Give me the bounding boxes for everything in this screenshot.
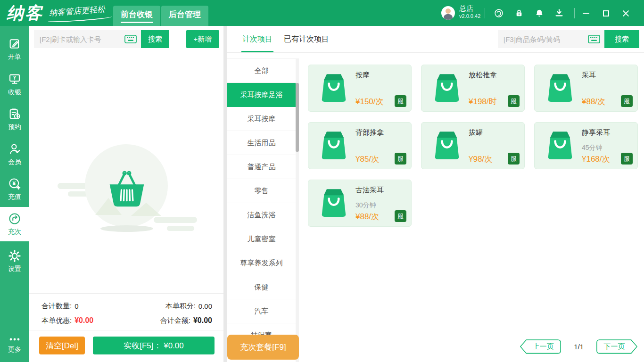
tab-existing-count-items[interactable]: 已有计次项目 (283, 26, 330, 52)
service-badge: 服 (395, 153, 406, 165)
recharge-package-button[interactable]: 充次套餐[F9] (227, 335, 299, 360)
product-name: 背部推拿 (355, 128, 405, 137)
sidebar-item-cashier[interactable]: ¥ 收银 (0, 67, 29, 102)
qty-value: 0 (74, 302, 78, 310)
shopping-bag-icon (321, 188, 347, 218)
service-badge: 服 (621, 95, 633, 107)
next-page-button[interactable]: 下一页 (596, 339, 638, 354)
top-nav-tabs: 前台收银 后台管理 (113, 6, 208, 26)
shopping-bag-icon (321, 73, 347, 103)
lock-icon[interactable] (513, 8, 525, 19)
product-price: ¥85/次 (355, 154, 379, 165)
sidebar-item-more[interactable]: 更多 (0, 328, 29, 362)
download-icon[interactable] (553, 8, 565, 19)
product-name: 拔罐 (469, 128, 519, 137)
empty-cart-illustration (56, 138, 197, 246)
service-badge: 服 (395, 95, 406, 107)
category-item[interactable]: 保健 (227, 275, 296, 299)
avatar[interactable] (441, 6, 455, 20)
cashier-icon: ¥ (8, 73, 21, 86)
sidebar-nav: 开单 ¥ 收银 预约 会员 (0, 26, 29, 362)
sidebar-item-member[interactable]: 会员 (0, 137, 29, 172)
add-member-button[interactable]: +新增 (186, 30, 219, 48)
product-name: 古法采耳 (355, 186, 405, 195)
product-name: 采耳 (582, 71, 632, 80)
app-logo-text: 纳客 (7, 3, 43, 23)
keyboard-icon[interactable] (587, 34, 601, 44)
amount-value: ¥0.00 (193, 316, 212, 325)
category-item-active[interactable]: 采耳按摩足浴 (227, 83, 296, 107)
category-item[interactable]: 普通产品 (227, 155, 296, 179)
product-card[interactable]: 拔罐 ¥98/次 服 (421, 122, 525, 169)
app-version: v2.0.0.42 (459, 13, 480, 20)
cloud-shape (154, 217, 197, 223)
minimize-button[interactable] (580, 8, 592, 19)
pay-button[interactable]: 实收[F5]： ¥0.00 (93, 337, 215, 354)
card-search-button[interactable]: 搜索 (141, 30, 169, 48)
maximize-button[interactable] (600, 8, 611, 19)
keyboard-icon[interactable] (124, 34, 137, 44)
shopping-bag-icon (321, 131, 347, 161)
category-item[interactable]: 汽车 (227, 299, 296, 323)
tab-count-items[interactable]: 计次项目 (241, 26, 273, 52)
sidebar-item-recharge-times[interactable]: 充次 (0, 207, 29, 241)
shopping-bag-icon (434, 73, 460, 103)
sidebar-item-label: 充次 (8, 228, 21, 236)
order-icon (8, 37, 21, 50)
shopping-bag-icon (434, 131, 460, 161)
product-card[interactable]: 放松推拿 ¥198/时 服 (421, 65, 525, 112)
product-search-button[interactable]: 搜索 (604, 30, 639, 48)
tab-front-cashier[interactable]: 前台收银 (113, 6, 160, 26)
card-number-input[interactable] (40, 35, 124, 43)
tab-backend-manage[interactable]: 后台管理 (161, 6, 208, 26)
sidebar-item-recharge[interactable]: ¥ 充值 (0, 172, 29, 206)
category-item-all[interactable]: 全部 (227, 59, 296, 83)
product-price: ¥98/次 (469, 154, 492, 165)
category-item[interactable]: 儿童密室 (227, 227, 296, 251)
sidebar-item-label: 会员 (8, 158, 21, 166)
category-list: 全部 采耳按摩足浴 采耳按摩 生活用品 普通产品 零售 洁鱼洗浴 儿童密室 尊享… (227, 58, 299, 362)
product-card[interactable]: 古法采耳 30分钟 ¥88/次 服 (308, 180, 412, 227)
cart-actions: 清空[Del] 实收[F5]： ¥0.00 (29, 337, 223, 354)
discount-value: ¥0.00 (74, 316, 93, 325)
close-button[interactable] (620, 8, 631, 19)
product-name: 放松推拿 (469, 71, 519, 80)
barcode-input[interactable] (504, 35, 587, 43)
product-card[interactable]: 背部推拿 ¥85/次 服 (308, 122, 412, 169)
product-card[interactable]: 按摩 ¥150/次 服 (308, 65, 412, 112)
member-icon (8, 142, 21, 156)
product-card[interactable]: 采耳 ¥88/次 服 (534, 65, 638, 112)
category-scrollbar-thumb[interactable] (296, 83, 299, 152)
product-name: 按摩 (355, 71, 405, 80)
avatar-body (444, 14, 453, 20)
product-card[interactable]: 静享采耳 45分钟 ¥168/次 服 (534, 122, 638, 169)
sidebar-item-open-order[interactable]: 开单 (0, 32, 29, 66)
empty-basket-icon (104, 167, 149, 208)
recharge-times-icon (8, 212, 21, 225)
qty-label: 合计数量: (41, 302, 72, 311)
appointment-icon (8, 107, 21, 121)
prev-page-button[interactable]: 上一页 (519, 339, 561, 354)
customer-service-icon[interactable] (493, 8, 504, 19)
bell-icon[interactable] (534, 8, 545, 19)
app-logo: 纳客 (7, 2, 43, 25)
store-info: 总店 v2.0.0.42 (459, 4, 480, 20)
service-badge: 服 (621, 153, 633, 165)
sidebar-item-appointment[interactable]: 预约 (0, 102, 29, 137)
points-value: 0.00 (198, 302, 212, 310)
main-area: 计次项目 已有计次项目 搜索 (227, 26, 644, 362)
category-item[interactable]: 尊享养发系列 (227, 251, 296, 275)
shopping-bag-icon (547, 131, 573, 161)
sidebar-item-settings[interactable]: 设置 (0, 244, 29, 279)
clear-button[interactable]: 清空[Del] (39, 337, 85, 354)
sidebar-item-label: 更多 (8, 346, 21, 354)
more-icon (8, 336, 21, 343)
category-item[interactable]: 零售 (227, 179, 296, 203)
pagination: 上一页 1/1 下一页 (519, 339, 638, 354)
app-tagline: 纳客管店更轻松 (49, 4, 105, 18)
category-item[interactable]: 采耳按摩 (227, 107, 296, 131)
divider (485, 8, 485, 18)
category-item[interactable]: 洁鱼洗浴 (227, 203, 296, 227)
item-tabs-bar: 计次项目 已有计次项目 搜索 (227, 26, 644, 53)
category-item[interactable]: 生活用品 (227, 131, 296, 155)
